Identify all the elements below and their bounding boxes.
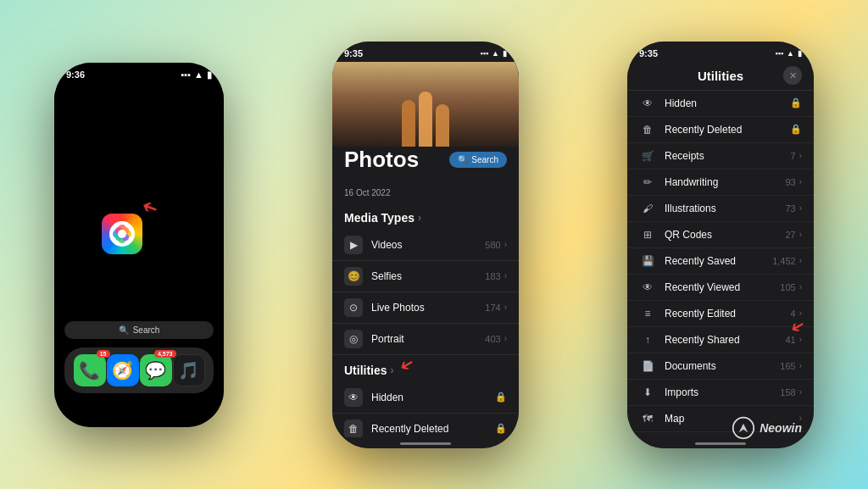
util-item-recently-edited[interactable]: ≡ Recently Edited 4 ›: [627, 301, 814, 327]
util-item-qr-codes[interactable]: ⊞ QR Codes 27 ›: [627, 222, 814, 248]
util-saved-count: 1,452: [772, 256, 796, 266]
recently-deleted-icon: 🗑: [344, 420, 363, 437]
section-utilities[interactable]: Utilities ›: [332, 355, 519, 382]
util-item-imports[interactable]: ⬇ Imports 158 ›: [627, 380, 814, 406]
media-types-label: Media Types: [344, 211, 415, 225]
photos-app-icon[interactable]: [102, 214, 142, 254]
util-imports-icon: ⬇: [639, 386, 656, 398]
util-item-receipts[interactable]: 🛒 Receipts 7 ›: [627, 143, 814, 169]
util-item-recently-deleted[interactable]: 🗑 Recently Deleted 🔒: [627, 117, 814, 143]
photos-flower-svg: [111, 223, 133, 245]
util-documents-count: 165: [780, 361, 795, 371]
arrow-to-photos: ➔: [139, 195, 161, 221]
phone-icon[interactable]: 📞 15: [74, 354, 106, 386]
home-screen-content: 9:36 ▪▪▪ ▲ ▮: [54, 63, 224, 427]
photos-title: Photos: [344, 147, 419, 173]
util-qr-icon: ⊞: [639, 229, 656, 241]
photos-icon-inner: [109, 221, 135, 247]
selfies-count: 183: [485, 271, 500, 281]
utilities-list: 👁 Hidden 🔒 🗑 Recently Deleted 🔒 🛒 Receip…: [627, 91, 814, 437]
status-bar-3: 9:35 ▪▪▪ ▲ ▮: [627, 42, 814, 62]
util-item-recently-saved[interactable]: 💾 Recently Saved 1,452 ›: [627, 248, 814, 275]
status-time-2: 9:35: [344, 48, 363, 58]
search-icon-photos: 🔍: [458, 155, 468, 164]
util-imports-label: Imports: [665, 386, 780, 398]
util-viewed-label: Recently Viewed: [665, 281, 780, 293]
utilities-screen-title: Utilities: [698, 69, 743, 83]
live-photos-icon: ⊙: [344, 298, 363, 317]
hidden-icon: 👁: [344, 388, 363, 407]
search-pill[interactable]: 🔍 Search: [64, 321, 214, 339]
util-viewed-count: 105: [780, 282, 795, 292]
util-illustrations-count: 73: [785, 203, 795, 214]
utilities-chevron: ›: [391, 364, 394, 376]
util-item-hidden[interactable]: 👁 Hidden 🔒: [627, 91, 814, 117]
search-label: Search: [133, 325, 160, 335]
util-shared-icon: ↑: [639, 334, 656, 346]
util-receipts-label: Receipts: [665, 150, 791, 162]
photos-header: Photos 🔍 Search: [332, 147, 519, 183]
recently-deleted-lock: 🔒: [495, 423, 507, 434]
hidden-lock: 🔒: [495, 392, 507, 403]
util-qr-count: 27: [785, 230, 795, 240]
util-item-recently-shared[interactable]: ↑ Recently Shared 41 › ➔: [627, 327, 814, 353]
list-item-portrait[interactable]: ◎ Portrait 403 ›: [332, 324, 519, 355]
util-documents-icon: 📄: [639, 360, 656, 372]
status-icons-1: ▪▪▪ ▲ ▮: [181, 69, 212, 81]
selfies-chevron: ›: [504, 271, 507, 281]
photos-title-row: Photos 🔍 Search: [344, 147, 507, 173]
utilities-label: Utilities: [344, 364, 387, 377]
util-item-handwriting[interactable]: ✏ Handwriting 93 ›: [627, 169, 814, 196]
util-handwriting-icon: ✏: [639, 176, 656, 188]
util-hidden-icon: 👁: [639, 97, 656, 109]
music-icon[interactable]: 🎵: [173, 354, 205, 386]
util-receipts-count: 7: [791, 151, 796, 161]
videos-chevron: ›: [504, 240, 507, 249]
status-bar-2: 9:35 ▪▪▪ ▲ ▮: [332, 42, 519, 62]
hidden-label: Hidden: [371, 392, 495, 403]
status-time-1: 9:36: [66, 69, 85, 80]
utilities-screen-content: 9:35 ▪▪▪ ▲ ▮ Utilities ✕ 👁 Hidden 🔒 🗑 Re…: [627, 42, 814, 448]
selfies-label: Selfies: [371, 270, 485, 282]
util-deleted-label: Recently Deleted: [665, 124, 790, 136]
videos-label: Videos: [371, 239, 485, 251]
util-receipts-icon: 🛒: [639, 150, 656, 162]
util-saved-icon: 💾: [639, 255, 656, 267]
list-item-selfies[interactable]: 😊 Selfies 183 ›: [332, 261, 519, 292]
util-edited-label: Recently Edited: [665, 308, 791, 320]
recently-deleted-label: Recently Deleted: [371, 423, 495, 435]
neowin-text: Neowin: [760, 421, 802, 435]
live-chevron: ›: [504, 303, 507, 312]
list-item-live-photos[interactable]: ⊙ Live Photos 174 ›: [332, 292, 519, 324]
phone-photos-app: 9:35 ▪▪▪ ▲ ▮ Photos 🔍: [332, 42, 519, 448]
search-btn-label: Search: [471, 155, 498, 164]
messages-badge: 4,573: [154, 350, 176, 358]
list-item-recently-deleted[interactable]: 🗑 Recently Deleted 🔒: [332, 414, 519, 437]
util-illustrations-icon: 🖌: [639, 203, 656, 214]
photos-list: Media Types › ▶ Videos 580 › 😊 Selfies 1…: [332, 203, 519, 437]
close-button[interactable]: ✕: [783, 66, 802, 85]
safari-icon[interactable]: 🧭: [107, 354, 139, 386]
util-handwriting-count: 93: [785, 177, 795, 187]
section-media-types[interactable]: Media Types ›: [332, 203, 519, 230]
photos-search-button[interactable]: 🔍 Search: [449, 152, 507, 168]
phone-badge: 15: [97, 350, 110, 358]
messages-icon[interactable]: 💬 4,573: [140, 354, 172, 386]
neowin-watermark: Neowin: [732, 416, 802, 440]
phone-home-screen: 9:36 ▪▪▪ ▲ ▮: [54, 63, 224, 427]
util-item-documents[interactable]: 📄 Documents 165 ›: [627, 353, 814, 380]
wifi-icon-2: ▲: [492, 49, 499, 58]
wifi-icon-3: ▲: [787, 49, 794, 58]
utilities-header: Utilities ✕: [627, 62, 814, 91]
signal-icon-2: ▪▪▪: [481, 49, 489, 58]
neowin-logo-icon: [732, 416, 755, 440]
status-icons-3: ▪▪▪ ▲ ▮: [776, 49, 803, 58]
list-item-hidden[interactable]: 👁 Hidden 🔒: [332, 382, 519, 414]
util-item-illustrations[interactable]: 🖌 Illustrations 73 ›: [627, 196, 814, 222]
util-viewed-icon: 👁: [639, 281, 656, 293]
portrait-count: 403: [485, 334, 500, 344]
list-item-videos[interactable]: ▶ Videos 580 ›: [332, 230, 519, 261]
util-item-recently-viewed[interactable]: 👁 Recently Viewed 105 ›: [627, 275, 814, 301]
battery-icon-3: ▮: [798, 49, 802, 58]
util-qr-label: QR Codes: [665, 229, 785, 241]
